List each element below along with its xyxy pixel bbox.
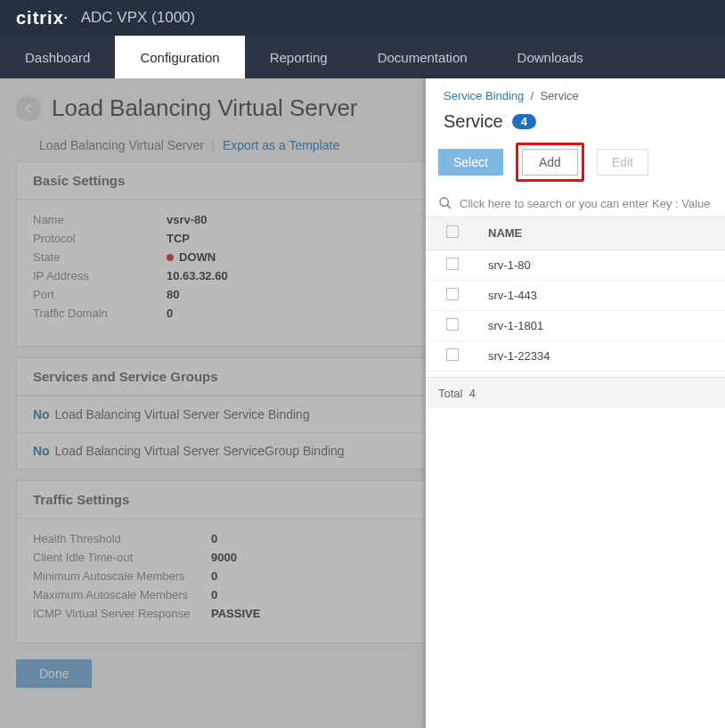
min-autoscale-label: Minimum Autoscale Members — [33, 569, 211, 583]
service-count-badge: 4 — [512, 114, 536, 129]
edit-button: Edit — [597, 149, 648, 176]
back-button[interactable] — [16, 96, 41, 121]
add-button[interactable]: Add — [522, 149, 578, 176]
icmp-response-value: PASSIVE — [211, 607, 260, 620]
breadcrumb: Service Binding / Service — [426, 78, 725, 110]
row-checkbox[interactable] — [446, 318, 459, 331]
ip-value: 10.63.32.60 — [167, 269, 228, 282]
client-idle-label: Client Idle Time-out — [33, 551, 211, 564]
state-value: DOWN — [167, 250, 216, 264]
table-row[interactable]: srv-1-80 — [426, 250, 725, 281]
arrow-left-icon — [22, 102, 35, 115]
port-label: Port — [33, 288, 167, 301]
max-autoscale-value: 0 — [211, 588, 217, 601]
search-placeholder: Click here to search or you can enter Ke… — [460, 197, 713, 210]
service-table: NAME srv-1-80 srv-1-443 srv-1-1801 srv-1… — [426, 217, 725, 372]
header-checkbox-cell — [426, 217, 479, 250]
export-template-link[interactable]: Export as a Template — [223, 138, 339, 152]
row-checkbox[interactable] — [446, 258, 459, 270]
product-name: ADC VPX (1000) — [81, 9, 196, 27]
tab-configuration[interactable]: Configuration — [115, 36, 244, 78]
port-value: 80 — [167, 288, 179, 301]
ip-label: IP Address — [33, 269, 167, 282]
total-row: Total 4 — [426, 377, 725, 409]
health-threshold-label: Health Threshold — [33, 532, 211, 545]
breadcrumb-link[interactable]: Service Binding — [444, 89, 524, 102]
add-button-highlight: Add — [516, 143, 584, 182]
max-autoscale-label: Maximum Autoscale Members — [33, 588, 211, 601]
service-name-cell: srv-1-22334 — [479, 341, 725, 372]
health-threshold-value: 0 — [211, 532, 217, 545]
svg-line-1 — [447, 205, 451, 209]
tab-dashboard[interactable]: Dashboard — [0, 36, 115, 78]
side-panel-title: Service — [444, 111, 503, 132]
name-label: Name — [33, 213, 167, 226]
service-side-panel: Service Binding / Service Service 4 Sele… — [426, 78, 725, 728]
search-icon — [438, 196, 452, 210]
tab-reporting[interactable]: Reporting — [245, 36, 353, 78]
state-label: State — [33, 250, 167, 264]
tab-documentation[interactable]: Documentation — [353, 36, 493, 78]
service-name-cell: srv-1-1801 — [479, 311, 725, 341]
divider — [213, 138, 214, 152]
service-name-cell: srv-1-443 — [479, 281, 725, 311]
column-name[interactable]: NAME — [479, 217, 725, 250]
search-row[interactable]: Click here to search or you can enter Ke… — [426, 191, 725, 217]
row-checkbox[interactable] — [446, 348, 459, 361]
protocol-value: TCP — [167, 232, 190, 245]
traffic-domain-label: Traffic Domain — [33, 307, 167, 320]
top-bar: citrix. ADC VPX (1000) — [0, 0, 725, 36]
select-button[interactable]: Select — [438, 149, 503, 176]
page-title: Load Balancing Virtual Server — [52, 94, 358, 122]
table-row[interactable]: srv-1-22334 — [426, 341, 725, 372]
select-all-checkbox[interactable] — [446, 225, 459, 238]
done-button[interactable]: Done — [16, 659, 92, 688]
breadcrumb-current: Service — [540, 89, 578, 102]
service-name-cell: srv-1-80 — [479, 250, 725, 281]
protocol-label: Protocol — [33, 232, 167, 245]
page-subtitle: Load Balancing Virtual Server — [39, 138, 204, 152]
client-idle-value: 9000 — [211, 551, 237, 564]
brand-logo: citrix. — [16, 8, 69, 29]
traffic-domain-value: 0 — [167, 307, 173, 320]
name-value: vsrv-80 — [167, 213, 208, 226]
tab-downloads[interactable]: Downloads — [493, 36, 608, 78]
row-checkbox[interactable] — [446, 288, 459, 300]
svg-point-0 — [440, 198, 448, 206]
table-row[interactable]: srv-1-443 — [426, 281, 725, 311]
main-tabs: Dashboard Configuration Reporting Docume… — [0, 36, 725, 78]
icmp-response-label: ICMP Virtual Server Response — [33, 607, 211, 620]
table-row[interactable]: srv-1-1801 — [426, 311, 725, 341]
min-autoscale-value: 0 — [211, 569, 217, 583]
